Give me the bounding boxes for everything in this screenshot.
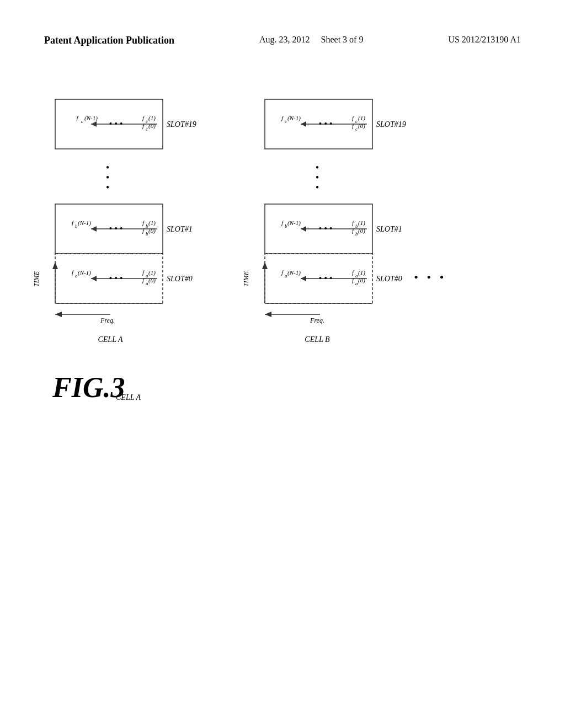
svg-text:(1): (1) xyxy=(148,269,156,276)
svg-text:(1): (1) xyxy=(148,115,156,122)
header-patent-number: US 2012/213190 A1 xyxy=(448,33,521,46)
svg-text:(N-1): (N-1) xyxy=(78,269,91,276)
svg-text:c: c xyxy=(355,119,358,124)
diagram-svg: .diag-text { font-family: 'Times New Rom… xyxy=(0,83,565,662)
svg-text:Freq.: Freq. xyxy=(310,317,324,324)
svg-text:c: c xyxy=(146,126,148,132)
svg-text:•: • xyxy=(316,162,319,173)
svg-text:• • •: • • • xyxy=(319,224,333,233)
svg-marker-50 xyxy=(55,312,62,317)
svg-text:SLOT#0: SLOT#0 xyxy=(376,275,402,283)
svg-text:• • •: • • • xyxy=(319,119,333,129)
header: Patent Application Publication Aug. 23, … xyxy=(0,33,565,48)
svg-marker-103 xyxy=(265,312,271,317)
svg-text:c: c xyxy=(81,119,83,124)
svg-text:CELL A: CELL A xyxy=(98,335,122,344)
svg-text:(N-1): (N-1) xyxy=(287,269,301,276)
svg-text:(N-1): (N-1) xyxy=(287,115,301,122)
svg-text:(0): (0) xyxy=(358,122,365,130)
svg-text:c: c xyxy=(146,119,148,124)
svg-text:SLOT#19: SLOT#19 xyxy=(167,120,196,129)
svg-text:SLOT#19: SLOT#19 xyxy=(376,120,406,129)
svg-text:(1): (1) xyxy=(358,269,365,276)
svg-text:• • •: • • • xyxy=(319,274,333,283)
svg-text:FIG.3: FIG.3 xyxy=(52,372,125,403)
svg-text:(1): (1) xyxy=(358,220,365,227)
svg-text:• • •: • • • xyxy=(109,119,123,129)
svg-text:•: • xyxy=(316,172,319,183)
svg-text:•: • xyxy=(106,182,109,193)
svg-text:• • •: • • • xyxy=(414,270,446,284)
svg-text:• • •: • • • xyxy=(109,274,123,283)
svg-text:CELL A: CELL A xyxy=(116,393,141,402)
svg-text:(N-1): (N-1) xyxy=(84,115,98,122)
svg-text:(0): (0) xyxy=(148,227,156,234)
page: Patent Application Publication Aug. 23, … xyxy=(0,0,565,728)
svg-text:(1): (1) xyxy=(358,115,365,122)
svg-text:c: c xyxy=(285,119,287,124)
svg-text:(N-1): (N-1) xyxy=(78,220,91,227)
header-sheet: Sheet 3 of 9 xyxy=(321,35,364,44)
svg-text:(0): (0) xyxy=(358,277,365,284)
svg-text:SLOT#1: SLOT#1 xyxy=(376,225,402,233)
svg-text:(0): (0) xyxy=(358,227,365,234)
svg-text:•: • xyxy=(106,162,109,173)
svg-text:SLOT#0: SLOT#0 xyxy=(167,275,193,283)
svg-text:SLOT#1: SLOT#1 xyxy=(167,225,193,233)
svg-text:•: • xyxy=(106,172,109,183)
svg-text:c: c xyxy=(355,126,358,132)
svg-text:TIME: TIME xyxy=(242,271,250,287)
svg-text:Freq.: Freq. xyxy=(100,317,115,324)
svg-text:(0): (0) xyxy=(148,122,156,130)
svg-text:CELL B: CELL B xyxy=(305,335,330,344)
svg-text:(1): (1) xyxy=(148,220,156,227)
header-date-sheet: Aug. 23, 2012 Sheet 3 of 9 xyxy=(259,33,363,46)
header-date: Aug. 23, 2012 xyxy=(259,35,310,44)
svg-text:• • •: • • • xyxy=(109,224,123,233)
svg-text:•: • xyxy=(316,182,319,193)
svg-text:TIME: TIME xyxy=(33,271,40,287)
svg-text:(N-1): (N-1) xyxy=(287,220,301,227)
header-publication-label: Patent Application Publication xyxy=(44,33,174,48)
svg-text:(0): (0) xyxy=(148,277,156,284)
